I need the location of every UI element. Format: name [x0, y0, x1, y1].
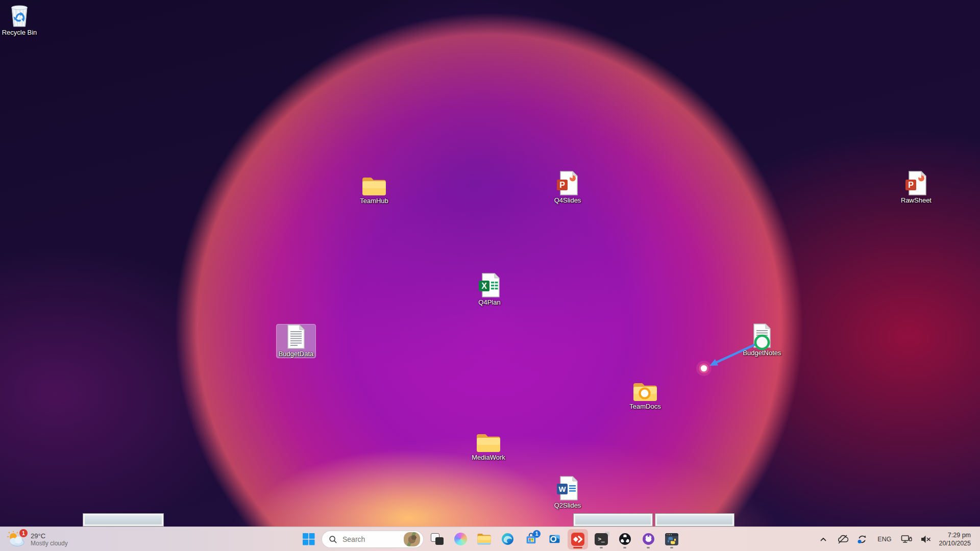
weather-temperature: 29°C — [31, 532, 68, 540]
python-window-icon — [665, 533, 678, 545]
desktop-icon-q4plan[interactable]: X Q4Plan — [470, 273, 509, 306]
desktop-icon-label: BudgetData — [278, 350, 315, 358]
clock-date: 20/10/2025 — [939, 539, 971, 547]
volume-muted-icon — [920, 534, 932, 544]
desktop-icon-mediawork[interactable]: MediaWork — [469, 428, 508, 461]
desktop-icon-rawsheet[interactable]: P RawSheet — [897, 171, 936, 204]
file-explorer-icon — [477, 533, 491, 545]
outlook-button[interactable] — [544, 529, 565, 549]
desktop-icon-budgetnotes[interactable]: BudgetNotes — [743, 323, 781, 357]
obs-button[interactable] — [615, 529, 635, 549]
chevron-up-icon — [819, 535, 828, 544]
powerpoint-file-icon: P — [555, 171, 580, 195]
network-button[interactable] — [898, 530, 915, 548]
desktop-icon-label: Recycle Bin — [1, 29, 38, 36]
desktop-icon-label: BudgetNotes — [742, 349, 782, 357]
terminal-icon: >_ — [595, 533, 608, 545]
red-arrows-app-icon — [571, 533, 584, 546]
desktop-icon-label: MediaWork — [471, 454, 506, 461]
edge-button[interactable] — [497, 529, 518, 549]
taskbar-search[interactable] — [322, 531, 424, 548]
desktop-icon-teamhub[interactable]: TeamHub — [355, 171, 394, 205]
running-indicator — [670, 547, 673, 548]
task-view-button[interactable] — [427, 529, 447, 549]
search-input[interactable] — [341, 535, 400, 544]
desktop-icon-label: RawSheet — [900, 196, 933, 204]
desktop-wallpaper: Recycle Bin TeamHub P Q4Slides — [0, 0, 980, 551]
drop-marker — [700, 364, 708, 372]
store-badge: 1 — [533, 530, 541, 538]
drop-marker-glow — [698, 362, 710, 375]
weather-badge: 1 — [19, 529, 28, 537]
running-indicator — [600, 547, 603, 548]
onedrive-paused-icon — [837, 534, 848, 544]
desktop-icon-budgetdata[interactable]: BudgetData — [277, 324, 315, 358]
desktop-icon-label: Q4Plan — [477, 298, 501, 306]
desktop-icon-recycle-bin[interactable]: Recycle Bin — [0, 3, 39, 36]
text-file-icon — [750, 323, 774, 348]
language-indicator[interactable]: ENG — [873, 530, 896, 548]
desktop-icon-q4slides[interactable]: P Q4Slides — [548, 171, 587, 204]
folder-icon — [476, 428, 501, 453]
active-red-app-button[interactable] — [568, 529, 588, 549]
weather-widget[interactable]: 1 29°C Mostly cloudy — [5, 530, 73, 549]
sync-arrows-icon — [856, 534, 868, 545]
svg-text:P: P — [908, 181, 914, 189]
desktop-icon-q2slides[interactable]: W Q2Slides — [548, 476, 587, 509]
show-hidden-icons-button[interactable] — [815, 530, 832, 548]
weather-condition: Mostly cloudy — [31, 540, 68, 547]
obs-studio-icon — [619, 533, 631, 545]
svg-text:X: X — [481, 282, 487, 290]
microsoft-store-button[interactable]: 1 — [521, 529, 541, 549]
excel-file-icon: X — [477, 273, 502, 297]
running-indicator — [647, 547, 650, 548]
file-explorer-button[interactable] — [474, 529, 494, 549]
running-indicator — [623, 547, 626, 548]
start-button[interactable] — [298, 529, 318, 549]
svg-text:P: P — [559, 181, 565, 189]
search-image-sloth[interactable] — [404, 532, 420, 546]
word-file-icon: W — [555, 476, 580, 500]
desktop-icon-teamdocs[interactable]: TeamDocs — [626, 377, 665, 410]
window-edge[interactable] — [655, 513, 734, 527]
terminal-button[interactable]: >_ — [591, 529, 611, 549]
copilot-button[interactable] — [450, 529, 471, 549]
desktop-icon-label: Q2Slides — [553, 502, 582, 509]
network-display-icon — [900, 534, 913, 545]
clock[interactable]: 7:29 pm 20/10/2025 — [937, 531, 973, 547]
text-file-icon — [284, 324, 308, 349]
taskbar: 1 29°C Mostly cloudy — [0, 527, 980, 551]
windows-logo-icon — [302, 533, 315, 545]
active-app-indicator — [573, 547, 582, 548]
github-icon — [642, 533, 655, 545]
powerpoint-file-icon: P — [904, 171, 928, 195]
onedrive-status-button[interactable] — [834, 530, 851, 548]
window-edge[interactable] — [573, 513, 653, 527]
folder-icon — [633, 377, 657, 402]
python-ide-button[interactable] — [662, 529, 682, 549]
window-edge[interactable] — [83, 513, 164, 527]
desktop-icon-label: TeamDocs — [628, 403, 662, 410]
edge-icon — [501, 533, 514, 545]
desktop-icon-label: Q4Slides — [553, 196, 582, 204]
folder-icon — [362, 171, 386, 196]
volume-button[interactable] — [917, 530, 935, 548]
clock-time: 7:29 pm — [948, 531, 971, 539]
search-icon — [328, 535, 337, 544]
recycle-bin-icon — [7, 3, 32, 28]
sync-update-button[interactable] — [853, 530, 871, 548]
copilot-icon — [454, 533, 467, 545]
task-view-icon — [431, 533, 444, 545]
drag-arrow-head — [709, 359, 718, 366]
outlook-icon — [548, 533, 561, 545]
desktop-icon-label: TeamHub — [359, 197, 389, 205]
github-desktop-button[interactable] — [638, 529, 658, 549]
svg-text:W: W — [558, 485, 566, 493]
